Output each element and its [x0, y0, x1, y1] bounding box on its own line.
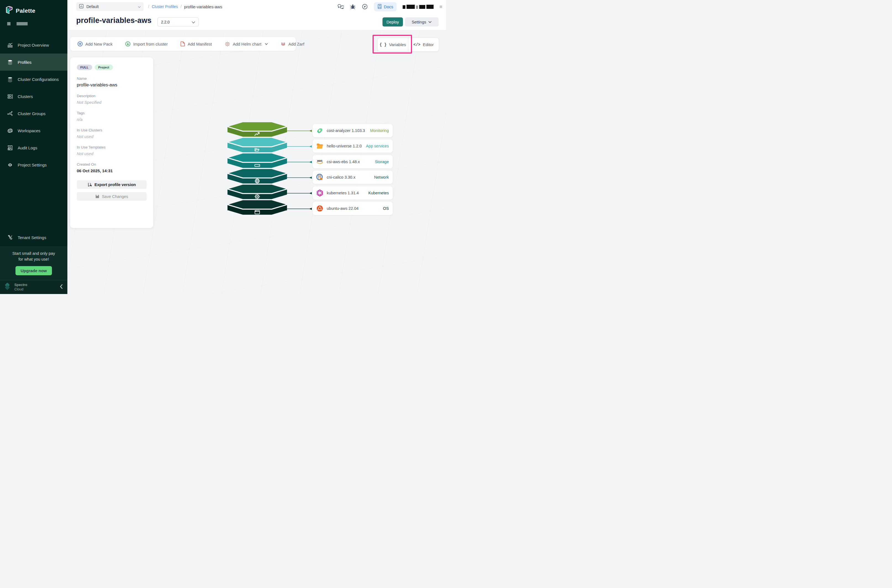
field-label: Description — [77, 94, 147, 98]
save-changes-button[interactable]: Save Changes — [77, 192, 147, 201]
import-circle-icon — [125, 41, 131, 46]
breadcrumb-link-cluster-profiles[interactable]: Cluster Profiles — [152, 4, 178, 9]
palette-app: Palette Project Overview Profiles — [0, 0, 446, 294]
version-select[interactable]: 2.2.0 — [158, 17, 199, 27]
full-badge: FULL — [77, 64, 92, 70]
docs-button[interactable]: Docs — [374, 2, 396, 11]
pack-card-hello-universe[interactable]: hello-universe 1.2.0 App services — [312, 140, 393, 153]
spectro-cloud-label: Spectro Cloud — [14, 283, 27, 291]
pack-title: cni-calico 3.30.x — [327, 175, 356, 179]
sidebar-item-project-settings[interactable]: Project Settings — [0, 156, 68, 173]
sidebar-item-label: Profiles — [18, 60, 32, 64]
stack-layer-4[interactable] — [227, 184, 287, 200]
sidebar-item-project-overview[interactable]: Project Overview — [0, 36, 68, 54]
variables-label: Variables — [389, 42, 406, 47]
save-label: Save Changes — [102, 194, 128, 199]
redacted-username — [402, 5, 434, 9]
content-area: Add New Pack Import from cluster Add Man… — [68, 31, 446, 294]
import-from-cluster-button[interactable]: Import from cluster — [125, 41, 168, 46]
chevron-down-icon — [265, 43, 268, 45]
field-label: Name — [77, 76, 147, 81]
bug-report-icon[interactable] — [350, 4, 356, 10]
project-selector-value: Default — [86, 4, 135, 9]
pack-card-ubuntu-aws[interactable]: ubuntu-aws 22.04 OS — [312, 202, 393, 215]
field-label: Tags — [77, 111, 147, 115]
brand-row[interactable]: Palette — [0, 0, 68, 18]
feedback-chat-icon[interactable] — [338, 4, 344, 9]
editor-button[interactable]: </> Editor — [408, 38, 439, 51]
sidebar: Palette Project Overview Profiles — [0, 0, 68, 294]
stack-layer-0[interactable] — [227, 122, 287, 137]
add-manifest-button[interactable]: Add Manifest — [180, 41, 212, 46]
breadcrumb-separator: / — [148, 4, 149, 9]
sidebar-item-label: Project Settings — [18, 163, 47, 167]
calico-cat-icon — [316, 173, 324, 181]
variables-button[interactable]: { } Variables — [377, 38, 408, 51]
redacted-block — [17, 22, 28, 26]
pack-category: Network — [374, 175, 389, 179]
sidebar-item-label: Cluster Configurations — [18, 77, 59, 82]
sidebar-item-audit-logs[interactable]: Audit Logs — [0, 139, 68, 156]
gear-icon — [7, 162, 13, 168]
pack-title: cost-analyzer 1.103.3 — [327, 128, 365, 133]
pack-category: Storage — [375, 159, 389, 164]
add-zarf-button[interactable]: Add Zarf — [281, 41, 304, 46]
export-profile-version-button[interactable]: Export profile version — [77, 180, 147, 189]
tour-compass-icon[interactable] — [362, 4, 368, 10]
profile-details-card: FULL Project Name profile-variables-aws … — [70, 57, 153, 228]
main-area: Default / Cluster Profiles / profile-var… — [68, 0, 446, 294]
add-new-pack-button[interactable]: Add New Pack — [77, 41, 113, 46]
field-value: n/a — [77, 117, 147, 122]
pack-category: Monitoring — [370, 128, 389, 133]
zarf-package-icon — [281, 41, 286, 46]
sidebar-item-label: Clusters — [18, 94, 33, 99]
pack-card-cost-analyzer[interactable]: cost-analyzer 1.103.3 Monitoring — [312, 124, 393, 137]
stack-layer-2[interactable] — [227, 153, 287, 168]
stack-layer-1[interactable] — [227, 138, 287, 153]
book-icon — [377, 4, 382, 10]
helm-wheel-icon — [225, 41, 230, 47]
aws-icon: aws — [316, 158, 324, 166]
pack-toolbar: Add New Pack Import from cluster Add Man… — [70, 37, 296, 51]
add-helm-chart-button[interactable]: Add Helm chart — [225, 41, 268, 47]
in-use-clusters-field: In Use Clusters Not used — [77, 128, 147, 139]
sidebar-nav: Project Overview Profiles Cluster Config… — [0, 36, 68, 173]
in-use-templates-field: In Use Templates Not used — [77, 145, 147, 156]
sidebar-item-workspaces[interactable]: Workspaces — [0, 122, 68, 139]
page-title: profile-variables-aws — [76, 16, 152, 25]
settings-button[interactable]: Settings — [405, 17, 438, 27]
sidebar-item-tenant-settings[interactable]: Tenant Settings — [0, 229, 68, 246]
breadcrumb: / Cluster Profiles / profile-variables-a… — [148, 0, 222, 13]
spectro-cloud-logo-icon — [5, 283, 12, 292]
plus-circle-icon — [77, 41, 83, 46]
field-value: Not used — [77, 134, 147, 139]
upgrade-promo: Start small and only pay for what you us… — [0, 246, 68, 280]
tags-field: Tags n/a — [77, 111, 147, 122]
pack-category: Kubernetes — [368, 191, 389, 195]
sidebar-item-profiles[interactable]: Profiles — [0, 54, 68, 70]
project-selector[interactable]: Default — [76, 2, 144, 11]
pack-card-kubernetes[interactable]: kubernetes 1.31.4 Kubernetes — [312, 186, 393, 200]
audit-icon — [7, 145, 13, 151]
sidebar-item-cluster-groups[interactable]: Cluster Groups — [0, 105, 68, 122]
export-icon — [87, 183, 92, 187]
export-label: Export profile version — [95, 183, 136, 187]
collapse-sidebar-icon[interactable] — [60, 284, 63, 290]
upgrade-now-button[interactable]: Upgrade now — [15, 266, 52, 275]
pack-card-cni-calico[interactable]: cni-calico 3.30.x Network — [312, 171, 393, 184]
field-label: In Use Clusters — [77, 128, 147, 132]
deploy-button[interactable]: Deploy — [383, 17, 403, 27]
description-field: Description Not Specified — [77, 94, 147, 105]
pack-card-csi-aws-ebs[interactable]: aws csi-aws-ebs 1.48.x Storage — [312, 155, 393, 168]
stack-layer-3[interactable] — [227, 169, 287, 184]
profile-stack-diagram — [224, 116, 312, 220]
pack-category: OS — [383, 206, 389, 211]
pack-title: kubernetes 1.31.4 — [327, 191, 359, 195]
stack-layer-5[interactable] — [227, 200, 287, 215]
action-label: Import from cluster — [133, 42, 168, 46]
editor-label: Editor — [423, 42, 434, 47]
topbar-icons: Docs — [338, 0, 442, 13]
sidebar-item-clusters[interactable]: Clusters — [0, 88, 68, 105]
sidebar-item-cluster-configurations[interactable]: Cluster Configurations — [0, 70, 68, 88]
action-label: Add New Pack — [85, 42, 113, 46]
